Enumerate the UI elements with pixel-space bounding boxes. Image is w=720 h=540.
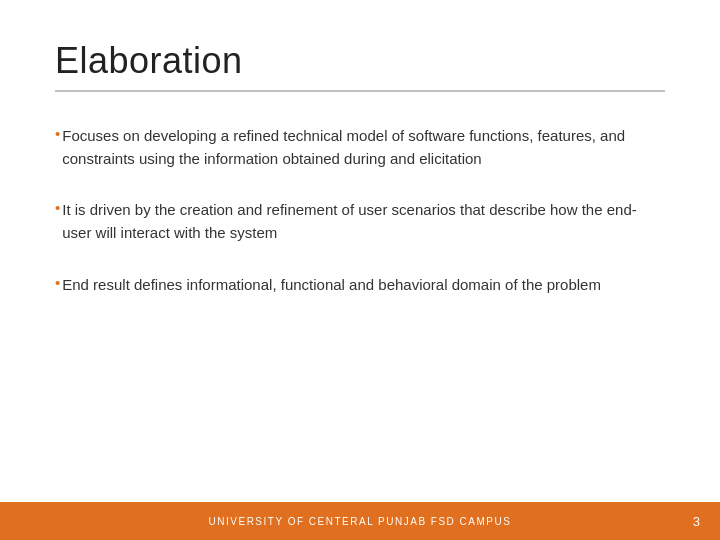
main-content: Elaboration • Focuses on developing a re… bbox=[0, 0, 720, 502]
slide-container: Elaboration • Focuses on developing a re… bbox=[0, 0, 720, 540]
footer-university-text: UNIVERSITY OF CENTERAL PUNJAB FSD CAMPUS bbox=[209, 516, 512, 527]
slide-title: Elaboration bbox=[55, 40, 665, 82]
title-section: Elaboration bbox=[55, 40, 665, 114]
bullet-dot-1: • bbox=[55, 125, 60, 142]
bullet-text-2: It is driven by the creation and refinem… bbox=[62, 198, 665, 245]
bullet-dot-3: • bbox=[55, 274, 60, 291]
bullet-text-1: Focuses on developing a refined technica… bbox=[62, 124, 665, 171]
bullet-text-3: End result defines informational, functi… bbox=[62, 273, 601, 296]
bullet-item-1: • Focuses on developing a refined techni… bbox=[55, 124, 665, 171]
footer-page-number: 3 bbox=[693, 514, 700, 529]
slide-footer: UNIVERSITY OF CENTERAL PUNJAB FSD CAMPUS… bbox=[0, 502, 720, 540]
bullet-section: • Focuses on developing a refined techni… bbox=[55, 124, 665, 324]
bullet-dot-2: • bbox=[55, 199, 60, 216]
title-divider bbox=[55, 90, 665, 92]
bullet-item-2: • It is driven by the creation and refin… bbox=[55, 198, 665, 245]
bullet-item-3: • End result defines informational, func… bbox=[55, 273, 665, 296]
